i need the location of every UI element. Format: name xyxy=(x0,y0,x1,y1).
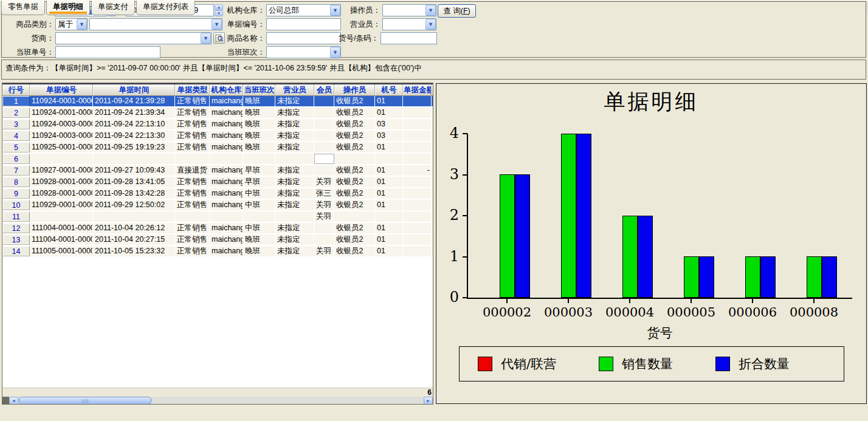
table-cell[interactable]: 未指定 xyxy=(275,246,314,256)
table-cell[interactable]: 正常销售 xyxy=(175,223,210,233)
tab-单据明细[interactable]: 单据明细 xyxy=(46,1,90,15)
table-row[interactable]: 12111004-0001-000012011-10-04 20:26:12正常… xyxy=(2,223,433,234)
table-cell[interactable] xyxy=(403,108,432,118)
table-cell[interactable] xyxy=(175,211,210,222)
table-cell[interactable]: 收银员2 xyxy=(334,119,375,129)
table-cell[interactable] xyxy=(314,108,334,118)
column-header-8[interactable]: 操作员 xyxy=(334,84,375,95)
table-cell[interactable]: 未指定 xyxy=(275,131,314,141)
table-cell[interactable]: 关羽 xyxy=(314,246,334,256)
date-to-spinner[interactable]: ▲▼ xyxy=(215,4,223,16)
table-cell[interactable] xyxy=(243,211,275,222)
table-cell[interactable] xyxy=(314,223,334,233)
table-cell[interactable]: 未指定 xyxy=(275,119,314,129)
tab-单据支付[interactable]: 单据支付 xyxy=(91,1,135,15)
table-cell[interactable]: 晚班 xyxy=(243,142,275,152)
table-cell[interactable]: 早班 xyxy=(243,177,275,187)
table-cell[interactable]: 关羽 xyxy=(314,200,334,210)
table-cell[interactable] xyxy=(314,142,334,152)
table-cell[interactable]: 2011-09-29 12:50:02 xyxy=(93,200,175,210)
table-cell[interactable]: 未指定 xyxy=(275,188,314,199)
table-cell[interactable]: 晚班 xyxy=(243,131,275,141)
table-cell[interactable]: 晚班 xyxy=(243,96,275,106)
table-row[interactable]: 7110927-0001-000012011-09-27 10:09:43直接退… xyxy=(2,165,433,177)
table-cell[interactable]: 01 xyxy=(375,165,403,176)
table-row[interactable]: 2110924-0001-000022011-09-24 21:39:34正常销… xyxy=(2,108,433,119)
table-cell[interactable]: 01 xyxy=(375,177,403,187)
column-header-6[interactable]: 营业员 xyxy=(275,84,314,95)
table-cell[interactable] xyxy=(375,154,403,164)
table-row[interactable]: 5110925-0001-000012011-09-25 19:19:23正常销… xyxy=(2,142,433,154)
column-header-5[interactable]: 当班班次 xyxy=(243,84,275,95)
table-cell[interactable]: - xyxy=(403,165,432,176)
table-cell[interactable]: 110925-0001-00001 xyxy=(30,142,93,152)
table-cell[interactable]: 未指定 xyxy=(275,223,314,233)
table-row[interactable]: 1110924-0001-000012011-09-24 21:39:28正常销… xyxy=(2,96,433,108)
table-cell[interactable]: 2011-09-28 13:42:28 xyxy=(93,188,175,199)
table-cell[interactable]: 110924-0001-00001 xyxy=(30,96,93,106)
table-cell[interactable]: maichang xyxy=(210,108,243,118)
table-row[interactable]: 14111005-0001-000012011-10-05 15:23:32正常… xyxy=(2,246,433,258)
table-row[interactable]: 10110929-0001-000012011-09-29 12:50:02正常… xyxy=(2,200,433,211)
operator-combo[interactable]: ▼ xyxy=(382,4,436,16)
table-cell[interactable]: 111004-0001-00002 xyxy=(30,234,93,245)
column-header-2[interactable]: 单据时间 xyxy=(93,84,175,95)
row-number-cell[interactable]: 14 xyxy=(2,246,30,256)
table-cell[interactable]: 收银员2 xyxy=(334,223,375,233)
table-cell[interactable]: 直接退货 xyxy=(175,165,210,176)
table-row[interactable]: 13111004-0001-000022011-10-04 20:27:15正常… xyxy=(2,234,433,246)
table-cell[interactable]: maichang xyxy=(210,200,243,210)
table-cell[interactable] xyxy=(314,234,334,245)
chevron-down-icon[interactable]: ▼ xyxy=(201,33,211,44)
table-cell[interactable]: 2011-09-27 10:09:43 xyxy=(93,165,175,176)
table-cell[interactable]: 张三 xyxy=(314,188,334,199)
table-cell[interactable]: maichang xyxy=(210,177,243,187)
column-header-10[interactable]: 单据金额 xyxy=(403,84,432,95)
table-cell[interactable]: 01 xyxy=(375,200,403,210)
row-number-cell[interactable]: 3 xyxy=(2,119,30,129)
column-header-0[interactable]: 行号 xyxy=(2,84,30,95)
scrollbar-track[interactable] xyxy=(151,397,424,405)
table-cell[interactable]: 中班 xyxy=(243,200,275,210)
table-cell[interactable]: 111004-0001-00001 xyxy=(30,223,93,233)
tab-单据支付列表[interactable]: 单据支付列表 xyxy=(136,1,195,15)
table-cell[interactable]: 03 xyxy=(375,119,403,129)
table-cell[interactable] xyxy=(243,154,275,164)
table-cell[interactable] xyxy=(403,188,432,199)
row-number-cell[interactable]: 11 xyxy=(2,211,30,222)
table-cell[interactable]: 2011-10-04 20:27:15 xyxy=(93,234,175,245)
table-cell[interactable]: 110924-0003-00001 xyxy=(30,119,93,129)
tab-零售单据[interactable]: 零售单据 xyxy=(1,1,45,15)
table-cell[interactable] xyxy=(403,96,432,106)
table-cell[interactable]: 2011-09-24 22:13:10 xyxy=(93,119,175,129)
table-cell[interactable]: 01 xyxy=(375,108,403,118)
table-cell[interactable]: 01 xyxy=(375,223,403,233)
table-cell[interactable] xyxy=(403,234,432,245)
table-cell[interactable]: 收银员2 xyxy=(334,188,375,199)
table-cell[interactable]: 110924-0003-00002 xyxy=(30,131,93,141)
table-cell[interactable]: 2011-09-24 21:39:34 xyxy=(93,108,175,118)
chevron-down-icon[interactable]: ▼ xyxy=(425,5,436,16)
table-cell[interactable] xyxy=(403,211,432,222)
table-cell[interactable]: 未指定 xyxy=(275,234,314,245)
table-cell[interactable] xyxy=(334,154,375,164)
table-cell[interactable]: 关羽 xyxy=(314,177,334,187)
chevron-down-icon[interactable]: ▼ xyxy=(425,19,436,30)
table-cell[interactable]: 未指定 xyxy=(275,96,314,106)
table-cell[interactable]: 收银员2 xyxy=(334,177,375,187)
category-combo[interactable]: ▼ xyxy=(89,18,222,30)
query-button[interactable]: 查 询(F) xyxy=(438,4,476,18)
table-cell[interactable]: 收银员2 xyxy=(334,108,375,118)
table-cell[interactable] xyxy=(314,165,334,176)
table-cell[interactable]: 收银员2 xyxy=(334,234,375,245)
shift-combo[interactable]: ▼ xyxy=(266,46,341,58)
table-row[interactable]: 4110924-0003-000022011-09-24 22:13:30正常销… xyxy=(2,131,433,142)
table-cell[interactable]: 早班 xyxy=(243,165,275,176)
table-cell[interactable]: 110929-0001-00001 xyxy=(30,200,93,210)
spin-down-icon[interactable]: ▼ xyxy=(215,10,223,16)
table-row[interactable]: 8110928-0001-000012011-09-28 13:41:05正常销… xyxy=(2,177,433,188)
table-cell[interactable] xyxy=(403,142,432,152)
table-cell[interactable]: 正常销售 xyxy=(175,246,210,256)
column-header-9[interactable]: 机号 xyxy=(375,84,403,95)
table-cell[interactable]: 未指定 xyxy=(275,177,314,187)
